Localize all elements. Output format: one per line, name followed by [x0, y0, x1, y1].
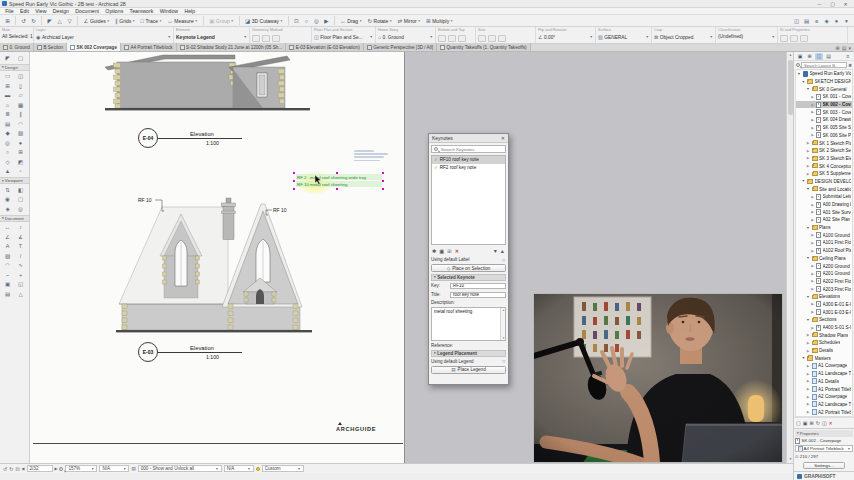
inject-parameters-icon[interactable]: ▽ — [65, 16, 74, 25]
zoom-icon[interactable]: ○ — [302, 16, 311, 25]
toolbar-button-multiply[interactable]: ⊞Multiply▾ — [424, 16, 455, 26]
tree-expand-icon[interactable]: ▶ — [811, 118, 815, 122]
tree-expand-icon[interactable]: ▼ — [806, 256, 810, 260]
tree-expand-icon[interactable]: ▶ — [806, 395, 810, 399]
infobox-section-value[interactable]: ◉Archicad Layer▼ — [36, 34, 171, 40]
tree-item[interactable]: ▶A202 First Floor C — [796, 278, 852, 286]
view-tab[interactable]: B Section — [34, 43, 67, 51]
tool-dimension-icon[interactable]: ↔ — [1, 223, 14, 233]
prev-page-icon[interactable]: ◀ — [22, 466, 25, 471]
tree-item[interactable]: ▶A301 E-03 E-04 — [796, 308, 852, 316]
option-icon[interactable] — [800, 35, 808, 42]
selection-handle[interactable] — [336, 172, 338, 174]
tree-expand-icon[interactable]: ▶ — [811, 287, 815, 291]
new-window-icon[interactable]: ⊞ — [3, 16, 12, 25]
infobox-section-crop[interactable]: Crop⊠Object Cropped▼ — [652, 27, 716, 43]
option-icon[interactable] — [780, 35, 788, 42]
tree-expand-icon[interactable]: ▶ — [806, 410, 810, 414]
tree-item[interactable]: ▶SK 5 Supplemental — [796, 170, 852, 178]
tree-item[interactable]: ▶A1 Landscape Titleblock — [796, 370, 852, 378]
infobox-section-classification[interactable]: Classification(Undefined)▼ — [716, 27, 778, 43]
place-legend-button[interactable]: ▤ Place Legend — [431, 366, 506, 374]
view-tab[interactable]: 0. Ground — [0, 43, 34, 51]
tool-grid-element-icon[interactable]: ⊞ — [14, 148, 27, 158]
import-keynotes-icon[interactable]: ▼ — [493, 248, 498, 254]
menu-item-document[interactable]: Document — [72, 8, 102, 15]
infobox-section-bottom-and-top[interactable]: Bottom and Top — [436, 27, 476, 43]
tool-railing-icon[interactable]: ∥ — [14, 110, 27, 120]
elevation-marker-e04[interactable]: E-04 Elevation 1:100 — [138, 128, 278, 150]
page-indicator[interactable]: 2/32 — [27, 465, 53, 472]
vertical-scrollbar[interactable]: ▲ ▼ — [786, 52, 793, 463]
tree-expand-icon[interactable]: ▼ — [806, 87, 810, 91]
tree-expand-icon[interactable]: ▼ — [797, 72, 801, 76]
option-icon[interactable] — [272, 35, 280, 42]
tree-expand-icon[interactable]: ▶ — [806, 364, 810, 368]
tree-expand-icon[interactable]: ▶ — [811, 210, 815, 214]
infobox-section-surface[interactable]: Surface▨GENERAL▼ — [596, 27, 652, 43]
tool-radial-dimension-icon[interactable]: ∠ — [1, 232, 14, 242]
tree-expand-icon[interactable]: ▶ — [806, 141, 810, 145]
new-keynote-folder-icon[interactable]: ▣ — [439, 248, 444, 254]
toolbar-button-rotate[interactable]: ↻Rotate▾ — [365, 16, 394, 26]
tool-text-icon[interactable]: A — [1, 242, 14, 252]
dialog-close-icon[interactable]: ✕ — [501, 135, 505, 141]
fit-in-window-icon[interactable]: ⊡ — [292, 16, 301, 25]
key-input[interactable] — [450, 283, 506, 290]
toolbar-button-drag[interactable]: ↔Drag▾ — [338, 16, 364, 26]
keynote-list-item[interactable]: ✓RF2 roof key note — [432, 164, 505, 172]
toolbar-button-measure[interactable]: ↔Measure▾ — [165, 16, 200, 26]
option-icon[interactable] — [498, 35, 506, 42]
tool-fill-icon[interactable]: ▨ — [1, 251, 14, 261]
infobox-section-id-and-properties[interactable]: ID and Properties — [778, 27, 848, 43]
keynote-settings-icon[interactable]: ✱ — [432, 248, 436, 254]
tool-skylight-icon[interactable]: ◇ — [1, 157, 14, 167]
tree-item[interactable]: ▼Plans — [796, 224, 852, 232]
rf-label-right[interactable]: RF 10 — [273, 207, 287, 213]
organizer-icon[interactable]: ▤ — [802, 16, 811, 25]
tool-camera-icon[interactable]: ◎ — [14, 204, 27, 214]
tool-roof-icon[interactable]: ⌂ — [1, 100, 14, 110]
tree-expand-icon[interactable]: ▶ — [806, 149, 810, 153]
tree-item[interactable]: ▼Speed Run Early Vic Go — [796, 70, 852, 78]
tab-scroll-icon[interactable]: ▾ — [848, 45, 851, 51]
maximize-button[interactable]: ▢ — [826, 0, 839, 8]
tree-item[interactable]: ▼Masters — [796, 354, 852, 362]
export-keynotes-icon[interactable]: ▲ — [500, 248, 505, 254]
tree-expand-icon[interactable]: ▶ — [811, 133, 815, 137]
tree-expand-icon[interactable]: ▶ — [811, 326, 815, 330]
explore-icon[interactable]: ▶ — [322, 16, 331, 25]
infobox-section-value[interactable]: ▨GENERAL▼ — [598, 34, 649, 40]
project-map-icon[interactable]: ⊞ — [806, 53, 814, 60]
tool-3d-document-icon[interactable]: ◈ — [1, 204, 14, 214]
menu-item-design[interactable]: Design — [50, 8, 73, 15]
tree-expand-icon[interactable]: ▶ — [811, 264, 815, 268]
tree-item[interactable]: ▶Submittal Letter — [796, 193, 852, 201]
tool-level-dimension-icon[interactable]: ↕ — [14, 223, 27, 233]
keynote-search-input[interactable] — [439, 146, 503, 153]
navigator-menu-icon[interactable]: ≡ — [844, 53, 852, 60]
tree-expand-icon[interactable]: ▶ — [811, 195, 815, 199]
infobox-section-value[interactable]: Keynote Legend▼ — [176, 34, 247, 40]
tree-item[interactable]: ▶SK 006 Site Plan — [796, 132, 852, 140]
tree-expand-icon[interactable]: ▶ — [811, 103, 815, 107]
orientation-select[interactable]: N/A▼ — [99, 465, 129, 472]
selected-keynote-header[interactable]: ▾Selected Keynote — [431, 274, 506, 281]
tree-expand-icon[interactable]: ▶ — [811, 218, 815, 222]
selection-handle[interactable] — [382, 180, 384, 182]
tree-expand-icon[interactable]: ▶ — [811, 110, 815, 114]
tree-item[interactable]: ▶Details — [796, 347, 852, 355]
tree-item[interactable]: ▼DESIGN DEVELOPMENT — [796, 178, 852, 186]
selection-handle[interactable] — [336, 188, 338, 190]
infobox-section-value[interactable]: (Undefined)▼ — [718, 34, 775, 39]
tree-expand-icon[interactable]: ▼ — [802, 179, 806, 183]
selection-handle[interactable] — [293, 180, 295, 182]
option-icon[interactable] — [478, 35, 486, 42]
tree-expand-icon[interactable]: ▼ — [806, 318, 810, 322]
tool-curtain-wall-icon[interactable]: ▤ — [1, 119, 14, 129]
tree-expand-icon[interactable]: ▶ — [811, 95, 815, 99]
new-layout-icon[interactable]: ▢ — [796, 420, 801, 426]
menu-item-view[interactable]: View — [32, 8, 50, 15]
tree-expand-icon[interactable]: ▼ — [806, 295, 810, 299]
palettes-icon[interactable]: ◫ — [792, 16, 801, 25]
